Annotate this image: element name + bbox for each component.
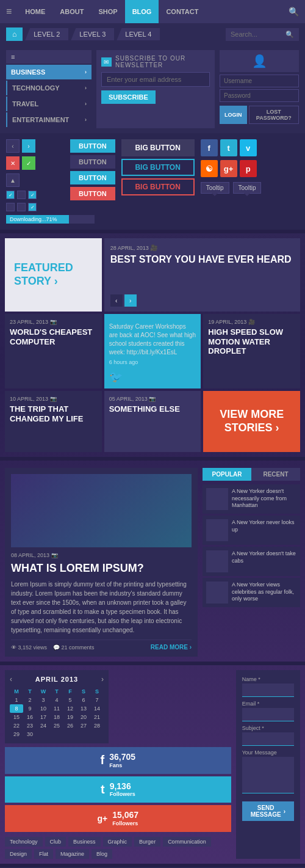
calendar-day[interactable]: 1 bbox=[10, 696, 23, 704]
nav-home[interactable]: HOME bbox=[18, 0, 52, 23]
tag-item[interactable]: Burger bbox=[134, 837, 160, 847]
newsletter-email-input[interactable] bbox=[101, 72, 210, 87]
search-bar[interactable]: 🔍 bbox=[226, 28, 299, 41]
calendar-day[interactable]: 13 bbox=[77, 704, 90, 713]
tag-item[interactable]: Flat bbox=[34, 849, 53, 859]
facebook-count-box[interactable]: f 36,705 Fans bbox=[5, 747, 231, 774]
tag-item[interactable]: Communication bbox=[163, 837, 211, 847]
calendar-day[interactable]: 28 bbox=[90, 721, 104, 730]
prev-post-button[interactable]: ‹ bbox=[110, 294, 123, 307]
calendar-day[interactable]: 16 bbox=[23, 713, 37, 721]
scroll-up-button[interactable]: ▲ bbox=[6, 173, 20, 187]
calendar-day[interactable]: 8 bbox=[10, 704, 23, 713]
button-1[interactable]: BUTTON bbox=[70, 139, 115, 153]
calendar-day[interactable]: 26 bbox=[63, 721, 77, 730]
checkbox-5[interactable] bbox=[17, 203, 26, 211]
tab-recent[interactable]: RECENT bbox=[251, 468, 300, 481]
next-post-button[interactable]: › bbox=[124, 294, 137, 307]
prev-button[interactable]: ‹ bbox=[6, 139, 20, 153]
vimeo-icon[interactable]: v bbox=[240, 139, 257, 156]
big-button-2[interactable]: BIG BUTTON bbox=[121, 159, 195, 176]
calendar-day[interactable]: 10 bbox=[37, 704, 50, 713]
calendar-day[interactable]: 3 bbox=[37, 696, 50, 704]
breadcrumb-home[interactable]: ⌂ bbox=[6, 27, 23, 41]
menu-item-travel[interactable]: TRAVEL › bbox=[6, 97, 92, 111]
name-input[interactable] bbox=[242, 684, 294, 697]
nav-blog[interactable]: BLOG bbox=[125, 0, 159, 23]
calendar-day[interactable]: 2 bbox=[23, 696, 37, 704]
tag-item[interactable]: Design bbox=[5, 849, 32, 859]
next-button[interactable]: › bbox=[22, 139, 35, 153]
nav-about[interactable]: ABOUT bbox=[52, 0, 91, 23]
email-input[interactable] bbox=[242, 708, 294, 721]
view-more-card[interactable]: VIEW MORE STORIES › bbox=[203, 391, 300, 452]
big-button-1[interactable]: BIG BUTTON bbox=[121, 139, 195, 156]
tag-item[interactable]: Club bbox=[45, 837, 66, 847]
calendar-day[interactable]: 11 bbox=[50, 704, 63, 713]
featured-story-card[interactable]: FEATURED STORY › bbox=[5, 238, 102, 312]
password-field[interactable] bbox=[220, 89, 299, 102]
calendar-day[interactable]: 15 bbox=[10, 713, 23, 721]
checkbox-6[interactable]: ✓ bbox=[28, 203, 37, 211]
button-3[interactable]: BUTTON bbox=[70, 171, 115, 184]
checkbox-3[interactable]: ✓ bbox=[28, 191, 37, 199]
calendar-day[interactable]: 20 bbox=[77, 713, 90, 721]
calendar-day[interactable]: 6 bbox=[77, 696, 90, 704]
googleplus-icon[interactable]: g+ bbox=[220, 160, 237, 177]
main-blog-post[interactable]: 28 APRIL, 2013 🎥 BEST STORY YOU HAVE EVE… bbox=[104, 238, 300, 312]
calendar-day[interactable]: 17 bbox=[37, 713, 50, 721]
googleplus-count-box[interactable]: g+ 15,067 Followers bbox=[5, 805, 231, 832]
calendar-day[interactable]: 18 bbox=[50, 713, 63, 721]
message-textarea[interactable] bbox=[242, 757, 294, 793]
twitter-icon[interactable]: t bbox=[220, 139, 237, 156]
blog-card-trip[interactable]: 10 APRIL, 2013 📷 THE TRIP THAT CHANGED M… bbox=[5, 391, 102, 452]
sidebar-item-3[interactable]: A New Yorker doesn't take cabs bbox=[203, 547, 300, 576]
calendar-day[interactable]: 9 bbox=[23, 704, 37, 713]
calendar-day[interactable]: 7 bbox=[90, 696, 104, 704]
blog-card-cheapest-computer[interactable]: 23 APRIL, 2013 📷 WORLD'S CHEAPEST COMPUT… bbox=[5, 314, 102, 388]
checkbox-1[interactable]: ✓ bbox=[6, 191, 15, 199]
blog-card-water-droplet[interactable]: 19 APRIL, 2013 🎥 HIGH SPEED SLOW MOTION … bbox=[203, 314, 300, 388]
pinterest-icon[interactable]: p bbox=[240, 160, 257, 177]
nav-shop[interactable]: SHOP bbox=[91, 0, 124, 23]
sidebar-item-4[interactable]: A New Yorker views celebrities as regula… bbox=[203, 578, 300, 607]
lost-password-button[interactable]: LOST PASSWORD? bbox=[249, 106, 300, 124]
calendar-day[interactable]: 29 bbox=[10, 730, 23, 739]
send-message-button[interactable]: SEND MESSAGE › bbox=[242, 801, 294, 821]
calendar-day[interactable]: 22 bbox=[10, 721, 23, 730]
search-icon[interactable]: 🔍 bbox=[289, 7, 299, 16]
calendar-day[interactable]: 30 bbox=[23, 730, 37, 739]
button-2[interactable]: BUTTON bbox=[70, 155, 115, 169]
checkbox-4[interactable] bbox=[6, 203, 15, 211]
calendar-day[interactable]: 24 bbox=[37, 721, 50, 730]
breadcrumb-level4[interactable]: LEVEL 4 bbox=[117, 28, 160, 40]
breadcrumb-level3[interactable]: LEVEL 3 bbox=[71, 28, 114, 40]
calendar-day[interactable]: 27 bbox=[77, 721, 90, 730]
calendar-day[interactable]: 14 bbox=[90, 704, 104, 713]
search-input[interactable] bbox=[231, 31, 285, 38]
login-button[interactable]: LOGIN bbox=[220, 106, 247, 124]
calendar-day[interactable]: 4 bbox=[50, 696, 63, 704]
tag-item[interactable]: Business bbox=[68, 837, 101, 847]
read-more-link[interactable]: READ MORE › bbox=[151, 644, 192, 651]
blog-card-something-else[interactable]: 05 APRIL, 2013 📷 SOMETHING ELSE bbox=[104, 391, 201, 452]
calendar-day[interactable]: 5 bbox=[63, 696, 77, 704]
calendar-day[interactable]: 19 bbox=[63, 713, 77, 721]
menu-item-entertainment[interactable]: ENTERTAINMENT › bbox=[6, 112, 92, 127]
calendar-day[interactable]: 21 bbox=[90, 713, 104, 721]
checkbox-2[interactable] bbox=[17, 191, 26, 199]
sidebar-item-2[interactable]: A New Yorker never looks up bbox=[203, 516, 300, 545]
calendar-day[interactable]: 25 bbox=[50, 721, 63, 730]
facebook-icon[interactable]: f bbox=[201, 139, 218, 156]
twitter-count-box[interactable]: t 9,136 Followers bbox=[5, 776, 231, 803]
big-button-3[interactable]: BIG BUTTON bbox=[121, 178, 195, 195]
tag-item[interactable]: Graphic bbox=[103, 837, 132, 847]
menu-item-technology[interactable]: TECHNOLOGY › bbox=[6, 81, 92, 95]
blog-card-social[interactable]: Saturday Career Workshops are back at AO… bbox=[104, 314, 201, 388]
check-button[interactable]: ✓ bbox=[22, 156, 35, 170]
calendar-day[interactable]: 23 bbox=[23, 721, 37, 730]
subscribe-button[interactable]: SUBSCRIBE bbox=[101, 90, 156, 104]
hamburger-icon[interactable]: ≡ bbox=[6, 6, 12, 17]
button-4[interactable]: BUTTON bbox=[70, 187, 115, 200]
tag-item[interactable]: Blog bbox=[92, 849, 112, 859]
